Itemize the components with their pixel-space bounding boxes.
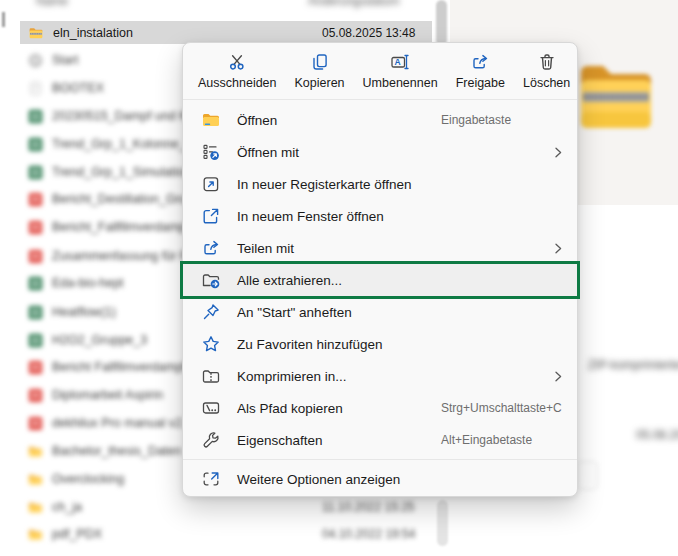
menu-item-komprimieren-in[interactable]: Komprimieren in... — [183, 360, 577, 392]
excel-icon — [28, 333, 43, 348]
toolbar-button-umbenennen[interactable]: AUmbenennen — [354, 47, 447, 95]
menu-item-alle-extrahieren[interactable]: Alle extrahieren... — [183, 264, 577, 296]
menu-divider — [183, 459, 577, 460]
share-icon — [201, 238, 221, 258]
excel-icon — [28, 165, 43, 180]
menu-item-an-start-anheften[interactable]: An "Start" anheften — [183, 296, 577, 328]
pdf-icon — [28, 192, 43, 207]
file-name: Zusammenfassung für Pr — [52, 249, 192, 263]
menu-item-shortcut: Eingabetaste — [441, 113, 511, 127]
file-name: ch_ja — [52, 500, 82, 514]
menu-item-label: Alle extrahieren... — [237, 273, 342, 288]
menu-item-shortcut: Strg+Umschalttaste+C — [441, 401, 562, 415]
menu-item-label: Komprimieren in... — [237, 369, 347, 384]
file-name: Heatflow(1) — [52, 305, 116, 319]
extract-all-icon — [201, 270, 221, 290]
column-header-modified[interactable]: Änderungsdatum — [308, 0, 399, 8]
menu-item-label: Weitere Optionen anzeigen — [237, 472, 400, 487]
toolbar-button-label: Ausschneiden — [198, 76, 277, 90]
menu-item-weitere-optionen-anzeigen[interactable]: Weitere Optionen anzeigen — [183, 463, 577, 495]
expand-icon — [201, 469, 221, 489]
folder-small-icon — [28, 444, 43, 459]
zip-compress-icon — [201, 366, 221, 386]
list-scrollbar-thumb[interactable] — [436, 0, 447, 46]
rename-icon: A — [390, 52, 410, 72]
selected-file-date: 05.08.2025 13:48 — [322, 21, 415, 44]
toolbar-button-kopieren[interactable]: Kopieren — [286, 47, 354, 95]
menu-item-label: Eigenschaften — [237, 433, 323, 448]
toolbar-button-ausschneiden[interactable]: Ausschneiden — [189, 47, 286, 95]
chevron-right-icon — [553, 243, 564, 254]
preview-pane-button — [576, 461, 598, 490]
toolbar-button-freigabe[interactable]: Freigabe — [447, 47, 514, 95]
context-menu-toolbar: AusschneidenKopierenAUmbenennenFreigabeL… — [183, 43, 577, 100]
file-row-ch-ja[interactable]: ch_ja11.10.2022 15:25 — [20, 496, 432, 518]
excel-icon — [28, 137, 43, 152]
open-with-icon — [201, 142, 221, 162]
menu-item-teilen-mit[interactable]: Teilen mit — [183, 232, 577, 264]
pdf-icon — [28, 360, 43, 375]
selected-file-name: eln_instalation — [53, 26, 133, 40]
pdf-icon — [28, 220, 43, 235]
menu-item-in-neuer-registerkarte-offnen[interactable]: In neuer Registerkarte öffnen — [183, 168, 577, 200]
menu-item-offnen[interactable]: ÖffnenEingabetaste — [183, 104, 577, 136]
file-name: Bericht Fallfilmverdampfe — [52, 360, 193, 374]
svg-text:A: A — [395, 57, 401, 67]
star-icon — [201, 334, 221, 354]
menu-item-offnen-mit[interactable]: Öffnen mit — [183, 136, 577, 168]
folder-small-icon — [28, 527, 43, 542]
sync-icon — [28, 53, 43, 68]
new-window-icon — [201, 206, 221, 226]
menu-item-label: In neuer Registerkarte öffnen — [237, 177, 412, 192]
copy-path-icon — [201, 398, 221, 418]
column-header-name[interactable]: Name — [36, 0, 68, 8]
chevron-right-icon — [553, 147, 564, 158]
excel-icon — [28, 305, 43, 320]
file-name: dekhilux Pro manual v2.8 — [52, 416, 192, 430]
folder-icon — [201, 110, 221, 130]
file-name: 20230515_Dampf und Kon — [52, 109, 201, 123]
menu-item-als-pfad-kopieren[interactable]: Als Pfad kopierenStrg+Umschalttaste+C — [183, 392, 577, 424]
list-scrollbar-track[interactable] — [437, 500, 448, 546]
menu-item-shortcut: Alt+Eingabetaste — [441, 433, 532, 447]
zip-folder-large-icon — [577, 54, 653, 136]
selected-file-row[interactable]: eln_instalation 05.08.2025 13:48 — [20, 21, 432, 44]
folder-small-icon — [28, 472, 43, 487]
file-date: 11.10.2022 15:25 — [322, 496, 415, 518]
menu-item-label: An "Start" anheften — [237, 305, 352, 320]
menu-item-label: Zu Favoriten hinzufügen — [237, 337, 383, 352]
file-name: Overclocking — [52, 472, 124, 486]
scissors-icon — [227, 52, 247, 72]
menu-item-zu-favoriten-hinzufugen[interactable]: Zu Favoriten hinzufügen — [183, 328, 577, 360]
toolbar-button-label: Kopieren — [295, 76, 345, 90]
toolbar-button-label: Löschen — [523, 76, 570, 90]
file-name: Bericht_Destillation_Grupp — [52, 192, 201, 206]
toolbar-button-label: Umbenennen — [363, 76, 438, 90]
menu-item-eigenschaften[interactable]: EigenschaftenAlt+Eingabetaste — [183, 424, 577, 456]
trash-icon — [537, 52, 557, 72]
file-name: pdf_PDX — [52, 527, 102, 541]
file-name: Bachelor_thesis_Daten — [52, 444, 181, 458]
file-name: Start — [52, 53, 78, 67]
menu-item-label: Teilen mit — [237, 241, 294, 256]
preview-file-type-label: ZIP-komprimierter Ordner — [588, 358, 678, 372]
file-date: 04.10.2022 19:54 — [322, 523, 415, 545]
pdf-icon — [28, 388, 43, 403]
menu-item-in-neuem-fenster-offnen[interactable]: In neuem Fenster öffnen — [183, 200, 577, 232]
wrench-icon — [201, 430, 221, 450]
chevron-right-icon — [553, 371, 564, 382]
folder-small-icon — [28, 500, 43, 515]
nav-scrollbar-mark — [2, 12, 5, 27]
context-menu: AusschneidenKopierenAUmbenennenFreigabeL… — [182, 42, 578, 497]
pdf-icon — [28, 416, 43, 431]
share-icon — [470, 52, 490, 72]
new-tab-icon — [201, 174, 221, 194]
excel-icon — [28, 109, 43, 124]
file-name: Trend_Grp_1_Kolonne_alt — [52, 137, 199, 151]
copy-icon — [310, 52, 330, 72]
file-row-pdf-pdx[interactable]: pdf_PDX04.10.2022 19:54 — [20, 523, 432, 545]
toolbar-button-loschen[interactable]: Löschen — [514, 47, 579, 95]
zip-folder-icon — [28, 25, 44, 41]
file-name: Diplomarbeit Aspirin — [52, 388, 163, 402]
file-name: BOOTEX — [52, 81, 104, 95]
